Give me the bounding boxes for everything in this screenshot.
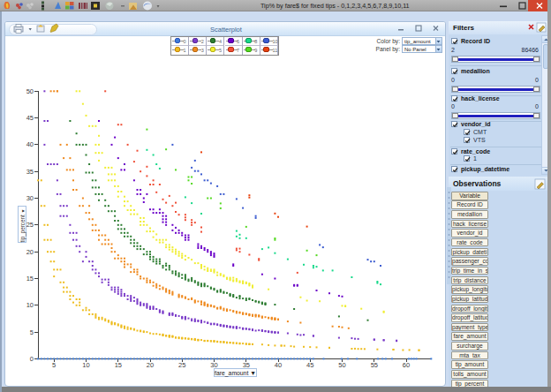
svg-text:55: 55 — [371, 361, 378, 369]
svg-text:30: 30 — [26, 194, 34, 202]
svg-text:50: 50 — [26, 87, 34, 95]
svg-text:50: 50 — [338, 361, 345, 369]
svg-text:40: 40 — [275, 361, 282, 369]
svg-text:35: 35 — [26, 168, 34, 176]
svg-text:25: 25 — [26, 221, 34, 229]
svg-text:60: 60 — [403, 361, 410, 369]
svg-text:5: 5 — [30, 328, 34, 336]
svg-text:15: 15 — [26, 275, 34, 283]
svg-text:15: 15 — [115, 361, 122, 369]
svg-text:25: 25 — [178, 361, 185, 369]
svg-text:10: 10 — [82, 361, 89, 369]
svg-text:20: 20 — [26, 248, 34, 256]
svg-text:0: 0 — [30, 355, 34, 363]
svg-text:20: 20 — [147, 361, 154, 369]
svg-text:40: 40 — [26, 140, 34, 148]
svg-text:45: 45 — [26, 114, 34, 122]
svg-text:10: 10 — [26, 301, 34, 309]
svg-text:45: 45 — [306, 361, 313, 369]
svg-text:5: 5 — [52, 361, 56, 369]
